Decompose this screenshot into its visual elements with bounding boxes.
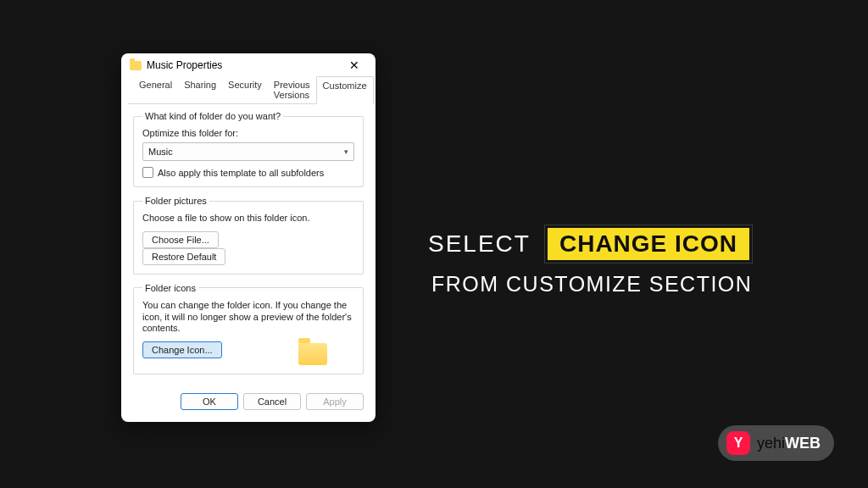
- chevron-down-icon: ▾: [344, 147, 348, 156]
- apply-subfolders-label: Also apply this template to all subfolde…: [158, 168, 324, 178]
- instruction-select: SELECT: [428, 230, 531, 258]
- cancel-button[interactable]: Cancel: [243, 393, 301, 410]
- optimize-combo[interactable]: Music ▾: [142, 142, 354, 161]
- apply-subfolders-checkbox[interactable]: Also apply this template to all subfolde…: [142, 167, 354, 178]
- tab-customize[interactable]: Customize: [316, 76, 374, 104]
- group-folder-icons: Folder icons You can change the folder i…: [133, 283, 364, 374]
- folder-icon: [130, 61, 142, 70]
- properties-dialog: Music Properties ✕ General Sharing Secur…: [121, 53, 376, 422]
- tab-previous-versions[interactable]: Previous Versions: [268, 76, 316, 104]
- group-folder-pictures-legend: Folder pictures: [142, 196, 209, 206]
- instruction-highlight-box: CHANGE ICON: [544, 225, 753, 263]
- group-folder-kind: What kind of folder do you want? Optimiz…: [133, 111, 364, 187]
- ok-button[interactable]: OK: [181, 393, 238, 410]
- folder-pictures-desc: Choose a file to show on this folder ico…: [142, 213, 354, 225]
- group-folder-icons-legend: Folder icons: [142, 283, 198, 293]
- dialog-content: What kind of folder do you want? Optimiz…: [121, 104, 376, 386]
- apply-button: Apply: [306, 393, 364, 410]
- tab-strip: General Sharing Security Previous Versio…: [128, 75, 369, 104]
- change-icon-button[interactable]: Change Icon...: [142, 341, 222, 358]
- dialog-title: Music Properties: [147, 59, 342, 71]
- brand-logo-letter: Y: [734, 435, 743, 451]
- dialog-button-row: OK Cancel Apply: [121, 386, 376, 415]
- close-button[interactable]: ✕: [342, 58, 367, 72]
- brand-text: yehiWEB: [757, 435, 821, 452]
- folder-icons-desc: You can change the folder icon. If you c…: [142, 300, 354, 335]
- choose-file-button[interactable]: Choose File...: [142, 231, 219, 248]
- brand-text-web: WEB: [785, 435, 821, 452]
- optimize-label: Optimize this folder for:: [142, 128, 354, 138]
- brand-badge: Y yehiWEB: [718, 425, 834, 461]
- instruction-highlight: CHANGE ICON: [548, 228, 749, 260]
- checkbox-box-icon: [142, 167, 153, 178]
- instruction-from: FROM CUSTOMIZE SECTION: [431, 272, 826, 297]
- brand-text-yehi: yehi: [757, 435, 785, 452]
- tab-general[interactable]: General: [133, 76, 178, 104]
- instruction-block: SELECT CHANGE ICON FROM CUSTOMIZE SECTIO…: [428, 225, 826, 297]
- tab-security[interactable]: Security: [222, 76, 268, 104]
- folder-preview-icon: [298, 343, 327, 365]
- titlebar: Music Properties ✕: [121, 53, 376, 75]
- tab-sharing[interactable]: Sharing: [178, 76, 222, 104]
- group-folder-kind-legend: What kind of folder do you want?: [142, 111, 283, 121]
- optimize-combo-value: Music: [148, 147, 173, 157]
- restore-default-button[interactable]: Restore Default: [142, 248, 225, 265]
- brand-logo-icon: Y: [726, 431, 750, 455]
- group-folder-pictures: Folder pictures Choose a file to show on…: [133, 196, 364, 274]
